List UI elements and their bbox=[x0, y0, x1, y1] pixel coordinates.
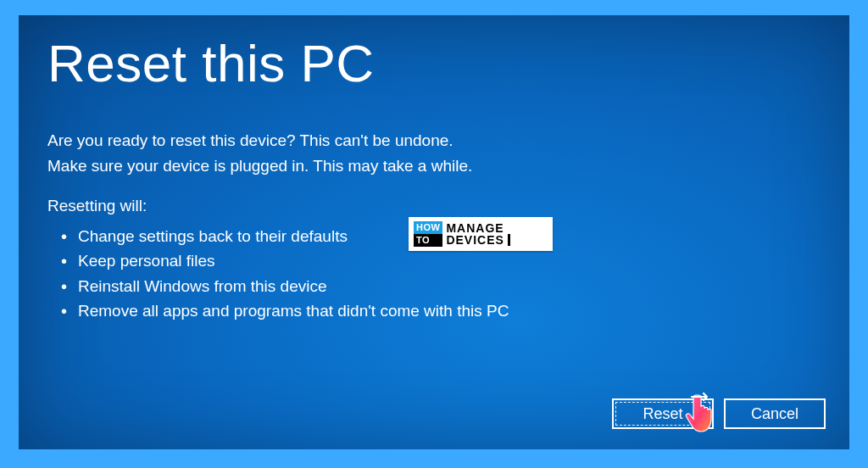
intro-line-1: Are you ready to reset this device? This… bbox=[47, 128, 826, 153]
list-item: Remove all apps and programs that didn't… bbox=[56, 298, 826, 323]
reset-screen: Reset this PC Are you ready to reset thi… bbox=[19, 15, 849, 449]
watermark-tile: HOW TO bbox=[414, 221, 442, 247]
intro-line-2: Make sure your device is plugged in. Thi… bbox=[47, 153, 826, 178]
watermark-word-2: DEVICES bbox=[446, 234, 509, 246]
watermark-tile-bottom: TO bbox=[414, 234, 442, 247]
button-row: Reset Cancel bbox=[612, 398, 826, 429]
resetting-subhead: Resetting will: bbox=[47, 197, 826, 215]
watermark-word-1: MANAGE bbox=[446, 222, 509, 234]
reset-button[interactable]: Reset bbox=[612, 398, 714, 429]
cancel-button[interactable]: Cancel bbox=[724, 398, 826, 429]
watermark-badge: HOW TO MANAGE DEVICES bbox=[409, 217, 553, 251]
page-title: Reset this PC bbox=[47, 36, 826, 91]
list-item: Reinstall Windows from this device bbox=[56, 274, 826, 298]
list-item: Keep personal files bbox=[56, 248, 826, 273]
intro-text: Are you ready to reset this device? This… bbox=[47, 128, 826, 178]
watermark-tile-top: HOW bbox=[414, 221, 442, 234]
watermark-words: MANAGE DEVICES bbox=[446, 222, 509, 246]
